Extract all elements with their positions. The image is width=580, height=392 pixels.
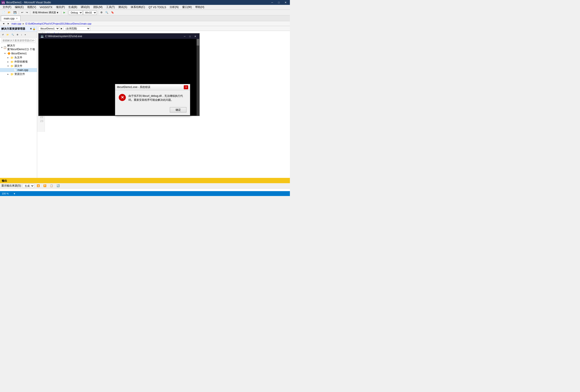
output-btn-1[interactable]: ⏫ — [36, 183, 41, 188]
sources-arrow-icon: ▼ — [7, 65, 10, 67]
sidebar-item-external[interactable]: ► 📁 外部依赖项 — [0, 60, 37, 64]
menu-vassistx[interactable]: VASSISTX — [38, 5, 54, 9]
sidebar-btn-1[interactable]: ↺ — [1, 32, 5, 37]
output-btn-4[interactable]: 🔄 — [55, 183, 61, 188]
sidebar-btn-2[interactable]: 📁 — [5, 32, 10, 37]
menu-project[interactable]: 项目(P) — [54, 5, 67, 9]
solution-icon: 📋 — [3, 46, 7, 49]
menu-build[interactable]: 生成(B) — [67, 5, 79, 9]
sidebar-btn-5[interactable]: ↕ — [20, 32, 23, 37]
menu-window[interactable]: 窗口(W) — [180, 5, 193, 9]
global-scope-dropdown[interactable]: (全局范围) — [64, 26, 90, 30]
menu-help[interactable]: 帮助(H) — [193, 5, 206, 9]
code-line-23 — [47, 127, 288, 131]
toolbar-start-debug[interactable]: ▶ — [62, 10, 66, 15]
output-source-label: 显示输出来源(S): — [1, 184, 21, 188]
output-header: 输出 — [0, 178, 290, 183]
menu-debug[interactable]: 调试(D) — [79, 5, 92, 9]
cpp-file-icon: 📄 — [13, 68, 17, 72]
sidebar-item-sources[interactable]: ▼ 📁 源文件 — [0, 64, 37, 68]
toolbar-open[interactable]: 📂 — [7, 10, 12, 15]
solution-explorer-header: 解决方案资源管理器 ✕ 🔒 — [0, 26, 37, 32]
tab-close-icon[interactable]: ✕ — [16, 17, 18, 20]
cmd-icon: 💻 — [40, 35, 44, 38]
address-forward-button[interactable]: ► — [6, 21, 11, 26]
sidebar-btn-4[interactable]: ⚙ — [15, 32, 19, 37]
close-button[interactable]: ✕ — [282, 0, 289, 4]
menu-tools[interactable]: 工具(T) — [104, 5, 117, 9]
maximize-button[interactable]: □ — [276, 0, 282, 4]
solution-explorer-close[interactable]: ✕ 🔒 — [30, 27, 36, 30]
title-bar: VS libcurlDemo1 - Microsoft Visual Studi… — [0, 0, 290, 5]
breadcrumb-fullpath: E:\SoftDevelop\CPlus\VCProject2013\libcu… — [25, 22, 289, 25]
cmd-scrollbar-thumb — [197, 39, 199, 46]
headers-folder-icon: 📁 — [10, 56, 14, 59]
separator-1 — [19, 11, 19, 14]
tab-bar: main.cpp ✕ — [0, 15, 290, 21]
output-toolbar: 显示输出来源(S): 生成 ⏫ ⏬ 📋 🔄 — [0, 183, 290, 189]
external-arrow-icon: ► — [7, 61, 10, 63]
resources-folder-icon: 📁 — [10, 73, 14, 76]
sidebar-search-input[interactable] — [1, 38, 36, 42]
minimize-button[interactable]: ─ — [269, 0, 275, 4]
output-btn-2[interactable]: ⏬ — [42, 183, 47, 188]
menu-team[interactable]: 团队(M) — [92, 5, 104, 9]
output-btn-3[interactable]: 📋 — [49, 183, 54, 188]
sidebar-toolbar: ↺ 📁 🔍 ⚙ ↕ ≡ — [0, 32, 37, 38]
menu-file[interactable]: 文件(F) — [1, 5, 13, 9]
cmd-minimize-button[interactable]: ─ — [182, 34, 187, 38]
sidebar-item-project[interactable]: ▼ 🔶 libcurlDemo1 — [0, 51, 37, 55]
cmd-scrollbar[interactable] — [197, 39, 199, 115]
code-line-21 — [47, 118, 288, 122]
separator-4 — [67, 11, 68, 14]
solution-explorer-title: 解决方案资源管理器 — [1, 27, 25, 31]
toolbar-redo[interactable]: ↪ — [25, 10, 29, 15]
menu-edit[interactable]: 编辑(E) — [13, 5, 25, 9]
menu-analyze[interactable]: 分析(N) — [168, 5, 180, 9]
menu-qt[interactable]: QT VS TOOLS — [147, 5, 168, 9]
error-icon: ✕ — [119, 94, 126, 101]
cmd-close-button[interactable]: ✕ — [193, 34, 197, 38]
toolbar-debug-local[interactable]: 本地 Windows 调试器 ▼ — [31, 10, 60, 15]
zoom-dropdown-button[interactable]: ▼ — [12, 191, 16, 196]
arrow-icon: ▼ — [1, 46, 3, 49]
file-label: main.cpp — [17, 69, 28, 72]
sidebar-item-solution[interactable]: ▼ 📋 解决方案'libcurlDemo1'(1 个项 — [0, 44, 37, 51]
debug-config-dropdown[interactable]: Debug — [69, 10, 83, 15]
toolbar-undo[interactable]: ↩ — [20, 10, 24, 15]
toolbar-bookmark[interactable]: 🔖 — [110, 10, 115, 15]
external-label: 外部依赖项 — [14, 60, 28, 64]
nav-arrows: ◄ ► — [1, 21, 11, 26]
ln-23: 23 — [38, 119, 43, 123]
sidebar-btn-6[interactable]: ≡ — [24, 32, 27, 37]
external-folder-icon: 📁 — [10, 60, 14, 64]
menu-arch[interactable]: 体系结构(C) — [129, 5, 147, 9]
output-source-dropdown[interactable]: 生成 — [23, 184, 34, 188]
address-bar: ◄ ► main.cpp ► E:\SoftDevelop\CPlus\VCPr… — [0, 21, 290, 26]
cmd-maximize-button[interactable]: □ — [188, 34, 192, 38]
cmd-controls: ─ □ ✕ — [182, 34, 197, 38]
toolbar-more2[interactable]: 🔍 — [104, 10, 110, 15]
dialog-footer: 确定 — [115, 105, 190, 115]
sidebar-item-resources[interactable]: ► 📁 资源文件 — [0, 72, 37, 76]
toolbar-save[interactable]: 💾 — [12, 10, 18, 15]
address-back-button[interactable]: ◄ — [1, 21, 6, 26]
sources-label: 源文件 — [14, 64, 22, 68]
sidebar-item-main-cpp[interactable]: 📄 main.cpp — [0, 68, 37, 72]
sidebar-search-container — [0, 38, 37, 44]
menu-bar: 文件(F) 编辑(E) 视图(V) VASSISTX 项目(P) 生成(B) 调… — [0, 5, 290, 10]
menu-view[interactable]: 视图(V) — [25, 5, 38, 9]
error-dialog: libcurlDemo1.exe - 系统错误 ✕ ✕ 由于找不到 libcur… — [115, 84, 190, 115]
headers-label: 头文件 — [14, 56, 22, 59]
toolbar-more1[interactable]: ⚙ — [99, 10, 104, 15]
platform-dropdown[interactable]: Win32 — [83, 10, 97, 15]
resources-label: 资源文件 — [14, 72, 25, 76]
toolbar-new[interactable]: 📄 — [1, 10, 6, 15]
menu-test[interactable]: 测试(S) — [117, 5, 129, 9]
tab-main-cpp[interactable]: main.cpp ✕ — [1, 16, 20, 21]
sidebar-btn-3[interactable]: 🔍 — [10, 32, 15, 37]
dialog-ok-button[interactable]: 确定 — [170, 107, 186, 112]
project-scope-dropdown[interactable]: libcurlDemo1 — [38, 26, 59, 30]
dialog-close-button[interactable]: ✕ — [184, 85, 188, 89]
sidebar-item-headers[interactable]: ► 📁 头文件 — [0, 55, 37, 60]
